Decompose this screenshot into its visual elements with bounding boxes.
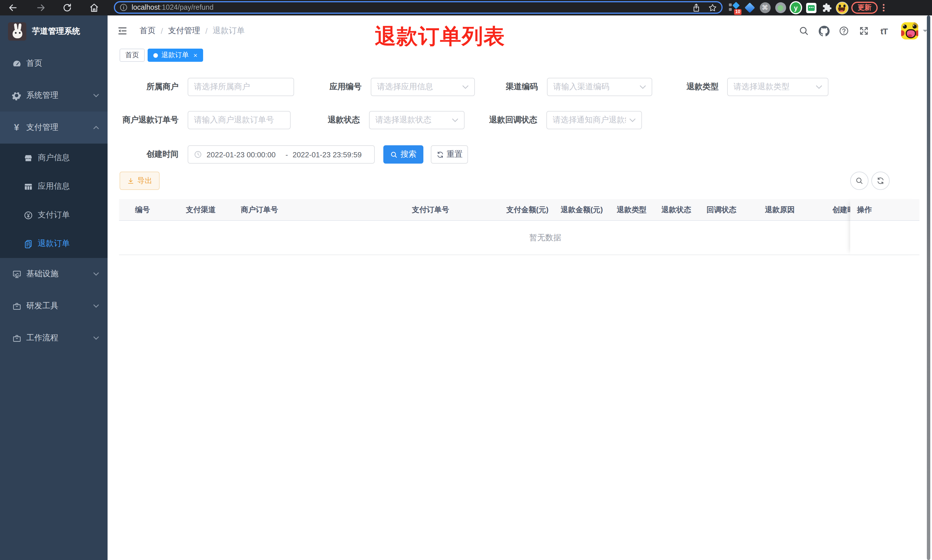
sidebar-item-home[interactable]: 首页 xyxy=(0,48,108,80)
table-refresh-icon[interactable] xyxy=(871,172,890,190)
channel-code-select[interactable]: 请输入渠道编码 xyxy=(547,78,652,96)
browser-back-icon[interactable] xyxy=(8,3,18,13)
sidebar-item-label: 支付管理 xyxy=(26,122,93,133)
column-header: 支付订单号 xyxy=(412,199,449,220)
column-header: 操作 xyxy=(857,199,872,220)
yen-circle-icon xyxy=(23,210,33,220)
clock-icon xyxy=(194,151,202,158)
main-area: 首页 / 支付管理 / 退款订单 退款订单列表 xyxy=(108,15,932,560)
filter-refund-type: 退款类型 请选择退款类型 xyxy=(687,78,829,96)
url-text: localhost:1024/pay/refund xyxy=(132,3,214,11)
sidebar-item-workflow[interactable]: 工作流程 xyxy=(0,322,108,354)
column-header: 编号 xyxy=(135,199,150,220)
filter-notify-status: 退款回调状态 请选择通知商户退款结果的 xyxy=(487,111,642,129)
url-bar[interactable]: localhost:1024/pay/refund xyxy=(114,1,723,14)
sidebar: 芋道管理系统 首页 系统管理 ¥ 支付管理 xyxy=(0,15,108,560)
sidebar-item-label: 工作流程 xyxy=(26,333,93,343)
sidebar-item-pay-order[interactable]: 支付订单 xyxy=(0,201,108,229)
browser-forward-icon[interactable] xyxy=(35,3,46,13)
chevron-up-icon xyxy=(93,124,100,131)
reset-button[interactable]: 重置 xyxy=(431,145,468,164)
browser-home-icon[interactable] xyxy=(89,3,99,13)
browser-update-button[interactable]: 更新 xyxy=(851,2,878,14)
share-icon[interactable] xyxy=(692,3,700,12)
sidebar-item-merchant-info[interactable]: 商户信息 xyxy=(0,143,108,172)
screen: localhost:1024/pay/refund 10 ⌘ y xyxy=(0,0,932,560)
profile-emoji-icon[interactable] xyxy=(836,2,849,14)
filter-label: 退款回调状态 xyxy=(487,115,537,125)
extension-gem-icon[interactable] xyxy=(743,2,756,14)
sidebar-item-payment[interactable]: ¥ 支付管理 xyxy=(0,112,108,143)
chevron-down-icon xyxy=(93,271,100,277)
column-header: 退款类型 xyxy=(617,199,646,220)
fullscreen-icon[interactable] xyxy=(858,25,870,37)
column-header: 商户订单号 xyxy=(241,199,278,220)
user-avatar[interactable] xyxy=(901,22,918,40)
chevron-down-icon xyxy=(462,85,469,89)
filter-merchant: 所属商户 请选择所属商户 xyxy=(121,78,294,96)
sidebar-item-label: 应用信息 xyxy=(38,182,70,192)
tags-bar: 首页 退款订单 × xyxy=(108,46,932,65)
page-content: 所属商户 请选择所属商户 应用编号 请选择应用信息 渠道编码 请输入渠道编码 xyxy=(108,64,932,560)
refund-doc-icon xyxy=(23,238,33,249)
font-size-icon[interactable]: tT xyxy=(878,25,890,37)
filter-app-no: 应用编号 请选择应用信息 xyxy=(327,78,475,96)
extension-recorder-icon[interactable] xyxy=(774,2,787,14)
chevron-down-icon xyxy=(93,92,100,99)
sidebar-item-system[interactable]: 系统管理 xyxy=(0,80,108,112)
tag-home[interactable]: 首页 xyxy=(120,49,145,62)
filter-label: 退款状态 xyxy=(325,115,360,125)
browser-reload-icon[interactable] xyxy=(62,3,72,13)
tag-refund-order[interactable]: 退款订单 × xyxy=(148,49,203,62)
extension-chat-icon[interactable] xyxy=(805,2,818,14)
tag-close-icon[interactable]: × xyxy=(193,51,197,59)
browser-menu-icon[interactable] xyxy=(883,4,884,11)
sidebar-item-refund-order[interactable]: 退款订单 xyxy=(0,229,108,258)
extension-tabs-icon[interactable]: 10 xyxy=(728,2,740,14)
refund-type-select[interactable]: 请选择退款类型 xyxy=(727,78,829,96)
filter-create-time: 创建时间 2022-01-23 00:00:00 - 2022-01-23 23… xyxy=(121,145,375,164)
create-time-range-picker[interactable]: 2022-01-23 00:00:00 - 2022-01-23 23:59:5… xyxy=(188,145,375,164)
filter-label: 退款类型 xyxy=(687,82,718,92)
logo-image xyxy=(8,22,26,41)
extensions-puzzle-icon[interactable] xyxy=(820,2,833,14)
extension-command-icon[interactable]: ⌘ xyxy=(759,2,771,14)
table-fixed-action-column: 操作 xyxy=(850,199,920,255)
merchant-select[interactable]: 请选择所属商户 xyxy=(188,78,294,96)
github-icon[interactable] xyxy=(818,25,830,37)
site-info-icon[interactable] xyxy=(120,3,128,11)
breadcrumb-section[interactable]: 支付管理 xyxy=(168,26,200,36)
extensions-area: 10 ⌘ y 更新 xyxy=(728,0,888,15)
column-header: 支付渠道 xyxy=(186,199,216,220)
merchant-refund-no-input[interactable]: 请输入商户退款订单号 xyxy=(188,111,291,129)
sidebar-logo[interactable]: 芋道管理系统 xyxy=(0,15,108,48)
grid-table-icon xyxy=(23,182,33,192)
extension-y-icon[interactable]: y xyxy=(789,2,802,14)
bookmark-star-icon[interactable] xyxy=(708,3,717,12)
export-button[interactable]: 导出 xyxy=(120,172,160,190)
breadcrumb-home[interactable]: 首页 xyxy=(140,26,155,36)
sidebar-item-dev-tools[interactable]: 研发工具 xyxy=(0,290,108,322)
app-no-select[interactable]: 请选择应用信息 xyxy=(371,78,475,96)
monitor-chart-icon xyxy=(11,269,22,279)
sidebar-item-app-info[interactable]: 应用信息 xyxy=(0,172,108,201)
empty-data-text: 暂无数据 xyxy=(514,221,577,255)
sidebar-item-label: 首页 xyxy=(26,58,100,69)
gear-icon xyxy=(11,91,22,101)
sidebar-item-label: 商户信息 xyxy=(38,153,70,163)
table-header: 编号 支付渠道 商户订单号 支付订单号 支付金额(元) 退款金额(元) 退款类型… xyxy=(119,199,920,221)
collapse-sidebar-icon[interactable] xyxy=(117,26,128,36)
search-icon[interactable] xyxy=(798,25,810,37)
tag-dot xyxy=(153,53,158,57)
refund-status-select[interactable]: 请选择退款状态 xyxy=(369,111,464,129)
start-date-value: 2022-01-23 00:00:00 xyxy=(206,150,281,159)
table-search-icon[interactable] xyxy=(850,172,869,190)
column-header: 退款金额(元) xyxy=(561,199,603,220)
sidebar-item-infra[interactable]: 基础设施 xyxy=(0,258,108,290)
notify-status-select[interactable]: 请选择通知商户退款结果的 xyxy=(546,111,642,129)
date-separator: - xyxy=(286,150,288,159)
search-button[interactable]: 搜索 xyxy=(383,145,423,164)
page-scrollbar[interactable] xyxy=(927,15,930,560)
help-icon[interactable] xyxy=(838,25,850,37)
chevron-down-icon xyxy=(640,85,646,89)
